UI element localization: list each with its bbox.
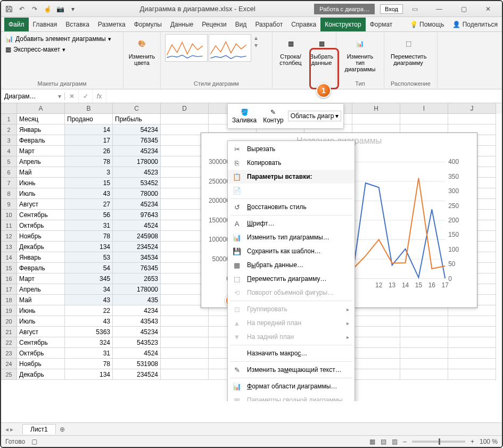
cell[interactable]: Продано (65, 114, 113, 125)
view-page-layout-icon[interactable]: ▤ (381, 438, 386, 445)
cell[interactable]: Март (17, 146, 65, 156)
row-header[interactable]: 7 (1, 178, 17, 188)
cell[interactable]: 4523 (113, 167, 161, 178)
cell[interactable] (400, 348, 448, 359)
redo-icon[interactable]: ↷ (29, 3, 40, 15)
ribbon-options-icon[interactable]: ▭ (403, 2, 426, 16)
cell[interactable]: 43 (65, 188, 113, 199)
qa-dropdown-icon[interactable]: ▾ (67, 3, 79, 15)
cell[interactable]: Июнь (17, 305, 65, 316)
tell-me[interactable]: 💡 Помощь (406, 18, 449, 31)
cell[interactable]: Август (17, 199, 65, 210)
cell[interactable] (352, 337, 400, 348)
cell[interactable] (161, 369, 209, 380)
undo-icon[interactable]: ↶ (16, 3, 28, 15)
cell[interactable]: 27 (65, 199, 113, 210)
cell[interactable]: 178000 (113, 156, 161, 167)
cell[interactable]: 134 (65, 369, 113, 380)
cell[interactable] (448, 359, 496, 369)
cell[interactable] (400, 337, 448, 348)
col-header[interactable]: D (161, 103, 209, 114)
cell[interactable] (400, 316, 448, 327)
fill-button[interactable]: 🪣Заливка (230, 107, 259, 125)
row-header[interactable]: 13 (1, 242, 17, 252)
cell[interactable]: 543523 (113, 337, 161, 348)
cell[interactable]: 45234 (113, 199, 161, 210)
cell[interactable]: 345 (65, 273, 113, 284)
col-header[interactable]: I (400, 103, 448, 114)
close-button[interactable]: ✕ (476, 2, 500, 16)
cell[interactable]: 78000 (113, 188, 161, 199)
tab-help[interactable]: Справка (287, 18, 320, 31)
row-header[interactable]: 24 (1, 359, 17, 369)
cell[interactable]: 97643 (113, 210, 161, 220)
cell[interactable] (448, 327, 496, 337)
login-button[interactable]: Вход (380, 4, 403, 14)
cell[interactable]: Сентябрь (17, 210, 65, 220)
tab-format[interactable]: Формат (366, 18, 397, 31)
cell[interactable]: Прибыль (113, 114, 161, 125)
row-header[interactable]: 20 (1, 316, 17, 327)
cell[interactable]: 43543 (113, 316, 161, 327)
maximize-button[interactable]: ▢ (452, 2, 475, 16)
cell[interactable] (448, 316, 496, 327)
col-header[interactable]: A (17, 103, 65, 114)
cell[interactable]: Май (17, 167, 65, 178)
share-button[interactable]: 👤 Поделиться (448, 18, 502, 31)
chart-styles-gallery[interactable] (165, 34, 251, 62)
row-header[interactable]: 10 (1, 210, 17, 220)
fx-icon[interactable]: fx (93, 90, 106, 103)
cell[interactable]: 17 (65, 135, 113, 146)
cell[interactable]: 34534 (113, 252, 161, 263)
cm-alt-text[interactable]: ✎Изменить замещающий текст… (228, 363, 354, 377)
row-header[interactable]: 14 (1, 252, 17, 263)
row-header[interactable]: 15 (1, 263, 17, 273)
chart-element-selector[interactable]: Область диагр▾ (288, 111, 341, 121)
cell[interactable]: 4524 (113, 220, 161, 231)
cell[interactable]: 43 (65, 295, 113, 305)
tab-insert[interactable]: Вставка (61, 18, 94, 31)
cell[interactable] (400, 327, 448, 337)
cell[interactable]: Ноябрь (17, 359, 65, 369)
cancel-formula-icon[interactable]: ✕ (65, 90, 79, 103)
cm-format-area[interactable]: 📊Формат области диаграммы… (228, 379, 354, 393)
chart-style-1[interactable] (165, 34, 208, 62)
row-header[interactable]: 22 (1, 337, 17, 348)
cell[interactable] (352, 369, 400, 380)
cell[interactable]: 3 (65, 167, 113, 178)
cell[interactable]: 531908 (113, 359, 161, 369)
row-header[interactable]: 17 (1, 284, 17, 295)
enter-formula-icon[interactable]: ✓ (79, 90, 93, 103)
cell[interactable]: 34 (65, 284, 113, 295)
row-header[interactable]: 6 (1, 167, 17, 178)
cell[interactable]: 4524 (113, 348, 161, 359)
cell[interactable] (161, 359, 209, 369)
cell[interactable]: 56 (65, 210, 113, 220)
cm-move-chart[interactable]: ⬚Переместить диаграмму… (228, 272, 354, 286)
cell[interactable] (161, 114, 209, 125)
zoom-in-button[interactable]: + (471, 438, 474, 445)
cell[interactable] (352, 114, 400, 125)
tab-file[interactable]: Файл (4, 18, 29, 31)
row-header[interactable]: 23 (1, 348, 17, 359)
cell[interactable]: 76345 (113, 135, 161, 146)
cell[interactable]: 178000 (113, 284, 161, 295)
cm-font[interactable]: AШрифт… (228, 217, 354, 230)
cm-reset-style[interactable]: ↺Восстановить стиль (228, 200, 354, 214)
cell[interactable]: 134 (65, 242, 113, 252)
cell[interactable]: 435 (113, 295, 161, 305)
row-header[interactable]: 1 (1, 114, 17, 125)
quick-layout-button[interactable]: ▦Экспресс-макет ▾ (5, 45, 65, 54)
row-header[interactable]: 8 (1, 188, 17, 199)
tab-review[interactable]: Рецензи (197, 18, 230, 31)
zoom-out-button[interactable]: – (403, 438, 407, 445)
cell[interactable]: 26 (65, 146, 113, 156)
tab-view[interactable]: Вид (231, 18, 251, 31)
cm-change-type[interactable]: 📊Изменить тип диаграммы… (228, 230, 354, 244)
cell[interactable] (161, 337, 209, 348)
cell[interactable]: 15 (65, 178, 113, 188)
tab-home[interactable]: Главная (29, 18, 62, 31)
cell[interactable] (448, 337, 496, 348)
touch-icon[interactable]: ☝ (42, 3, 53, 15)
col-header[interactable]: J (448, 103, 496, 114)
